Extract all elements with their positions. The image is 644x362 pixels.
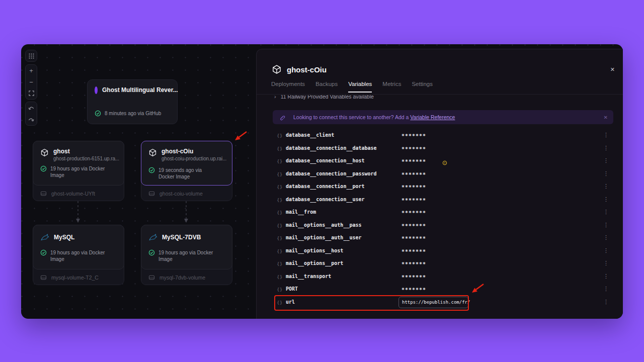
success-check-icon xyxy=(148,249,155,256)
braces-icon: {} xyxy=(277,274,282,280)
banner-close-icon[interactable]: ✕ xyxy=(604,115,608,120)
zoom-out-icon[interactable]: − xyxy=(26,76,37,88)
success-check-icon xyxy=(148,167,155,173)
variable-value-masked[interactable]: ******* xyxy=(401,236,426,241)
variable-name: database__connection__password xyxy=(286,171,377,176)
volume-attachment[interactable]: mysql-volume-T2_C xyxy=(40,275,99,281)
variable-row: {}mail__options__host*******⋮ xyxy=(272,245,616,258)
tabbar-divider xyxy=(257,94,623,95)
kebab-menu-icon[interactable]: ⋮ xyxy=(603,247,609,254)
service-card-mysql-7dvb[interactable]: MySQL-7DVB 19 hours ago via Docker Image… xyxy=(141,225,232,285)
kebab-menu-icon[interactable]: ⋮ xyxy=(603,157,609,164)
variable-row: {}database__connection__password*******⋮ xyxy=(272,168,616,181)
service-card-ghost-coiu[interactable]: ghost-cOiu ghost-coiu-production.up.rai.… xyxy=(141,141,232,201)
variable-row: {}mail__options__auth__user*******⋮ xyxy=(272,232,616,245)
kebab-menu-icon[interactable]: ⋮ xyxy=(603,170,609,177)
kebab-menu-icon[interactable]: ⋮ xyxy=(603,299,609,305)
kebab-menu-icon[interactable]: ⋮ xyxy=(603,209,609,215)
cube-icon xyxy=(40,148,49,162)
volume-attachment[interactable]: ghost-coiu-volume xyxy=(148,191,203,197)
tab-metrics[interactable]: Metrics xyxy=(382,81,401,93)
connector-ghostcoiu-mysql7dvb xyxy=(183,201,189,223)
volume-name: mysql-7dvb-volume xyxy=(159,275,205,281)
volume-attachment[interactable]: mysql-7dvb-volume xyxy=(148,275,205,281)
volume-name: ghost-coiu-volume xyxy=(159,191,203,197)
variable-value-masked[interactable]: ******* xyxy=(401,249,426,254)
kebab-menu-icon[interactable]: ⋮ xyxy=(603,183,609,190)
variable-value-masked[interactable]: ******* xyxy=(401,275,426,280)
braces-icon: {} xyxy=(277,300,282,305)
variable-row: {}database__connection__user*******⋮ xyxy=(272,194,616,207)
grid-layout-icon[interactable] xyxy=(26,50,37,61)
service-name: ghost xyxy=(53,148,119,155)
volume-disk-icon xyxy=(148,275,155,281)
close-icon[interactable]: ✕ xyxy=(610,66,615,73)
variable-name: mail__options__port xyxy=(286,260,343,266)
deploy-status: 19 hours ago via Docker Image xyxy=(50,249,120,262)
tab-settings[interactable]: Settings xyxy=(412,81,433,93)
variable-name: mail__from xyxy=(286,209,316,215)
chevron-right-icon: › xyxy=(274,95,276,100)
braces-icon: {} xyxy=(277,210,282,215)
link-icon xyxy=(279,114,285,121)
tab-backups[interactable]: Backups xyxy=(315,81,338,93)
railway-provided-variables-toggle[interactable]: › 11 Railway Provided Variables availabl… xyxy=(274,95,374,101)
redo-icon[interactable] xyxy=(26,114,37,125)
variable-reference-link[interactable]: Variable Reference xyxy=(410,114,455,120)
variable-value-masked[interactable]: ******* xyxy=(401,172,426,177)
success-check-icon xyxy=(40,249,47,256)
tab-deployments[interactable]: Deployments xyxy=(271,81,305,93)
zoom-in-icon[interactable]: + xyxy=(26,65,37,76)
undo-icon[interactable] xyxy=(26,102,37,114)
braces-icon: {} xyxy=(277,235,282,241)
variable-value-input[interactable]: https://bepublish.com/fr/ xyxy=(398,297,468,308)
mysql-dolphin-icon xyxy=(40,233,49,243)
variable-value-masked[interactable]: ******* xyxy=(401,146,426,152)
variable-value-masked[interactable]: ******* xyxy=(401,287,426,293)
kebab-menu-icon[interactable]: ⋮ xyxy=(603,234,609,241)
kebab-menu-icon[interactable]: ⋮ xyxy=(603,286,609,292)
variable-value-masked[interactable]: ******* xyxy=(401,210,426,216)
success-check-icon xyxy=(40,165,47,172)
braces-icon: {} xyxy=(277,171,282,177)
cube-icon xyxy=(272,64,282,74)
service-card-ghost[interactable]: ghost ghost-production-6151.up.ra... 19 … xyxy=(33,141,124,201)
service-domain: ghost-production-6151.up.ra... xyxy=(53,155,119,162)
braces-icon: {} xyxy=(277,248,282,254)
variable-value-masked[interactable]: ******* xyxy=(401,223,426,229)
volume-name: mysql-volume-T2_C xyxy=(51,275,99,281)
braces-icon: {} xyxy=(277,184,282,190)
variable-value-masked[interactable]: ******* xyxy=(401,198,426,203)
fit-view-icon[interactable] xyxy=(26,87,37,99)
variable-name: database__connection__user xyxy=(286,197,365,202)
pending-change-icon xyxy=(442,158,447,167)
kebab-menu-icon[interactable]: ⋮ xyxy=(603,273,609,280)
variable-value-masked[interactable]: ******* xyxy=(401,133,426,139)
provided-note-label: 11 Railway Provided Variables available xyxy=(281,95,374,100)
tab-variables[interactable]: Variables xyxy=(348,81,372,93)
kebab-menu-icon[interactable]: ⋮ xyxy=(603,260,609,266)
kebab-menu-icon[interactable]: ⋮ xyxy=(603,132,609,138)
kebab-menu-icon[interactable]: ⋮ xyxy=(603,145,609,151)
service-card-ghost-multilingual[interactable]: Ghost Multilingual Rever... 8 minutes ag… xyxy=(87,79,178,124)
volume-attachment[interactable]: ghost-volume-UYft xyxy=(40,191,95,197)
volume-disk-icon xyxy=(40,191,47,197)
variable-row: {}urlhttps://bepublish.com/fr/⋮ xyxy=(272,296,616,309)
variable-name: mail__options__auth__pass xyxy=(286,222,362,228)
braces-icon: {} xyxy=(277,287,282,292)
canvas-toolbar-zoom: + − xyxy=(25,64,37,100)
service-card-mysql[interactable]: MySQL 19 hours ago via Docker Image mysq… xyxy=(33,225,124,285)
variable-value-masked[interactable]: ******* xyxy=(401,185,426,190)
variables-list: {}database__client*******⋮{}database__co… xyxy=(272,129,616,309)
variable-value-masked[interactable]: ******* xyxy=(401,159,426,164)
kebab-menu-icon[interactable]: ⋮ xyxy=(603,222,609,228)
variable-row: {}database__client*******⋮ xyxy=(272,129,616,142)
variable-name: mail__transport xyxy=(286,274,331,279)
variable-name: mail__options__host xyxy=(286,248,343,253)
braces-icon: {} xyxy=(277,223,282,228)
variable-value-masked[interactable]: ******* xyxy=(401,261,426,267)
braces-icon: {} xyxy=(277,158,282,164)
app-window: + − xyxy=(21,44,623,319)
kebab-menu-icon[interactable]: ⋮ xyxy=(603,196,609,203)
variable-name: url xyxy=(286,299,295,305)
